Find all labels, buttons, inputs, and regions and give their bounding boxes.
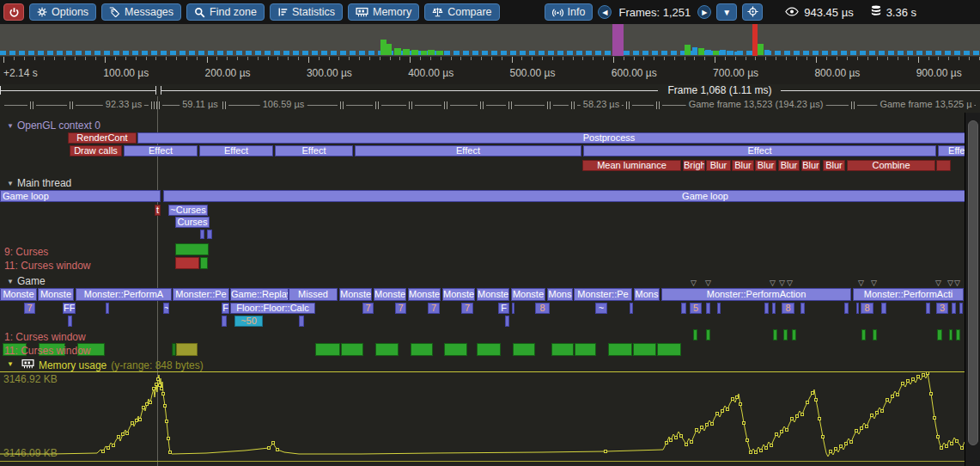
thread-header-main[interactable]: ▼Main thread	[7, 177, 71, 189]
toolbar-button-memory[interactable]: Memory	[348, 3, 419, 21]
message-marker-icon[interactable]: ▽	[779, 279, 785, 287]
zoom-to-frame-button[interactable]	[742, 3, 763, 21]
message-marker-icon[interactable]: ▽	[787, 279, 793, 287]
scrollbar-track[interactable]	[965, 113, 980, 466]
next-frame-button[interactable]: ▶	[697, 5, 711, 19]
memory-usage-graph[interactable]	[0, 372, 980, 462]
zone-bar[interactable]	[773, 329, 777, 340]
zone-bar[interactable]	[513, 343, 535, 356]
overview-bar[interactable]	[428, 50, 435, 55]
zone-bar[interactable]	[411, 343, 433, 356]
zone-bar[interactable]: ~	[163, 303, 169, 314]
toolbar-button-compare[interactable]: Compare	[424, 3, 499, 21]
toolbar-button-statistics[interactable]: Statistics	[270, 3, 343, 21]
zone-bar[interactable]: Effect	[275, 145, 353, 156]
zone-bar[interactable]: 3	[936, 303, 948, 314]
zone-bar[interactable]: Blur	[755, 160, 776, 171]
zone-bar[interactable]: 7	[395, 303, 406, 314]
zone-bar[interactable]	[315, 343, 340, 356]
zone-bar[interactable]	[512, 303, 514, 314]
zone-bar[interactable]: Game loop	[0, 190, 161, 202]
zone-bar[interactable]	[505, 316, 509, 327]
zone-bar[interactable]: Effect	[583, 145, 936, 156]
overview-bar[interactable]	[764, 50, 770, 55]
zone-bar[interactable]: 7	[461, 303, 473, 314]
overview-bar[interactable]	[387, 44, 392, 55]
zone-bar[interactable]: 7	[362, 303, 374, 314]
zone-bar[interactable]: Monste	[0, 288, 37, 301]
zone-bar[interactable]	[783, 329, 788, 340]
zone-bar[interactable]	[222, 316, 227, 327]
zone-bar[interactable]: Monste	[408, 288, 441, 301]
message-marker-icon[interactable]: ▽	[935, 279, 941, 287]
zone-bar[interactable]	[693, 329, 697, 340]
zone-bar[interactable]	[608, 343, 632, 356]
zone-bar[interactable]: Mean luminance	[582, 160, 681, 171]
zone-bar[interactable]	[175, 243, 209, 255]
zone-bar[interactable]	[881, 303, 886, 314]
toolbar-button-find-zone[interactable]: Find zone	[186, 3, 265, 21]
zone-bar[interactable]: Draw calls	[70, 145, 122, 156]
zone-bar[interactable]: Monster::PerformA	[76, 288, 172, 301]
zone-bar[interactable]: 8	[782, 303, 794, 314]
zone-bar[interactable]: Monste	[511, 288, 545, 301]
power-button[interactable]	[3, 3, 24, 21]
zone-bar[interactable]: Monste	[339, 288, 372, 301]
overview-bar[interactable]	[713, 51, 719, 55]
zone-bar[interactable]	[200, 230, 204, 239]
zone-bar[interactable]	[630, 303, 633, 314]
zone-bar[interactable]: Effect	[355, 145, 581, 156]
zone-bar[interactable]: Monster::PerformAction	[661, 288, 851, 301]
message-marker-icon[interactable]: ▽	[770, 279, 776, 287]
message-marker-icon[interactable]: ▽	[871, 279, 877, 287]
zone-bar[interactable]: Floor::Floor::Calc	[230, 303, 315, 314]
zone-bar[interactable]: Monster::Pe	[574, 288, 632, 301]
overview-bar[interactable]	[720, 50, 726, 55]
zone-bar[interactable]	[444, 343, 467, 356]
zone-bar[interactable]	[477, 343, 501, 356]
zone-bar[interactable]: Combine	[847, 160, 935, 171]
zone-bar[interactable]: Game loop	[163, 190, 980, 202]
frame-overview-strip[interactable]	[0, 24, 980, 57]
zone-bar[interactable]	[936, 160, 951, 171]
overview-bar[interactable]	[612, 24, 624, 56]
zone-bar[interactable]	[551, 343, 574, 356]
zone-bar[interactable]	[764, 303, 769, 314]
zone-bar[interactable]	[873, 329, 877, 340]
zone-bar[interactable]	[937, 329, 942, 340]
prev-frame-button[interactable]: ◀	[598, 5, 612, 19]
zone-bar[interactable]	[949, 329, 953, 340]
zone-bar[interactable]	[575, 343, 596, 356]
zone-bar[interactable]	[176, 343, 198, 356]
zone-bar[interactable]: Blur	[778, 160, 800, 171]
overview-bar[interactable]	[734, 52, 740, 55]
overview-bar[interactable]	[727, 51, 733, 55]
zone-bar[interactable]	[800, 303, 805, 314]
zone-bar[interactable]	[706, 303, 710, 314]
zone-bar[interactable]	[717, 303, 721, 314]
scrollbar-thumb[interactable]	[968, 120, 978, 445]
overview-bar[interactable]	[421, 51, 427, 55]
zone-bar[interactable]: Blur	[823, 160, 845, 171]
zone-bar[interactable]	[681, 303, 686, 314]
zone-bar[interactable]: Mons	[634, 288, 660, 301]
overview-bar[interactable]	[411, 50, 418, 55]
overview-bar[interactable]	[758, 44, 764, 55]
zone-bar[interactable]: Brigh	[683, 160, 705, 171]
overview-bar[interactable]	[380, 40, 387, 55]
message-marker-icon[interactable]: ▽	[691, 279, 697, 287]
zone-bar[interactable]	[657, 343, 681, 356]
thread-header-game[interactable]: ▼Game	[7, 275, 46, 287]
overview-bar[interactable]	[692, 47, 697, 55]
zone-bar[interactable]: 8	[861, 303, 873, 314]
zone-bar[interactable]: FF	[63, 303, 76, 314]
message-marker-icon[interactable]: ▽	[954, 279, 960, 287]
zone-bar[interactable]	[861, 329, 866, 340]
overview-bar[interactable]	[394, 48, 401, 55]
zone-bar[interactable]: Blur	[801, 160, 820, 171]
thread-header-opengl[interactable]: ▼OpenGL context 0	[7, 120, 100, 132]
game-frame-ruler[interactable]: 92.33 µs59.11 µs106.59 µs58.23 µsGame fr…	[0, 98, 980, 114]
zone-bar[interactable]	[952, 303, 956, 314]
zone-bar[interactable]: RenderCont	[68, 132, 137, 144]
zone-bar[interactable]	[299, 316, 304, 327]
